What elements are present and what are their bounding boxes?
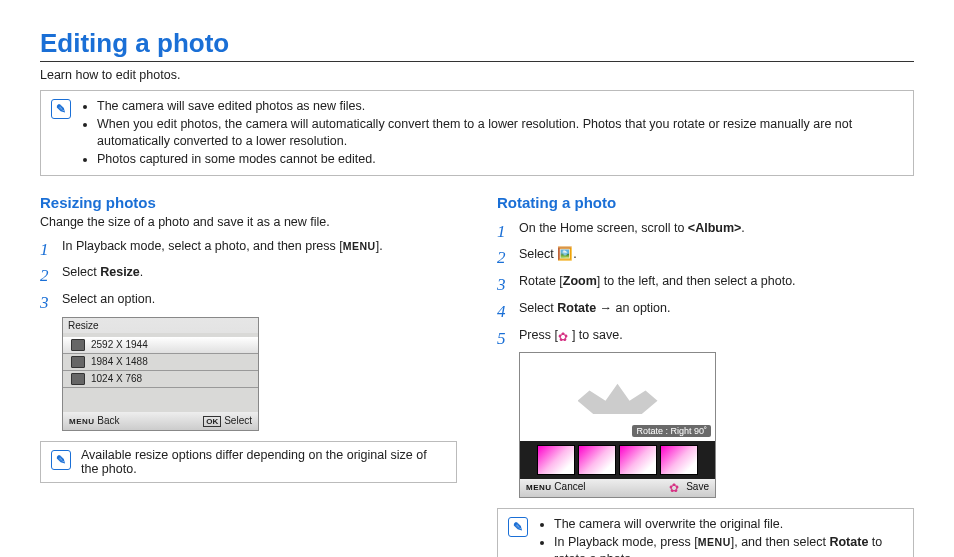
resize-option-row: 1024 X 768 bbox=[63, 371, 258, 388]
flower-icon bbox=[669, 481, 683, 495]
page-title: Editing a photo bbox=[40, 28, 914, 59]
rotate-tooltip: Rotate : Right 90˚ bbox=[632, 425, 711, 437]
menu-button-label: MENU bbox=[343, 240, 376, 252]
thumbnail bbox=[660, 445, 698, 475]
menu-button-label: MENU bbox=[698, 536, 731, 548]
thumbnail bbox=[578, 445, 616, 475]
resize-step-2: Select Resize. bbox=[40, 263, 457, 282]
image-icon bbox=[71, 373, 85, 385]
column-resizing: Resizing photos Change the size of a pho… bbox=[40, 190, 457, 558]
rotate-step-1: On the Home screen, scroll to <Album>. bbox=[497, 219, 914, 238]
note-icon: ✎ bbox=[508, 517, 528, 537]
top-note-item: The camera will save edited photos as ne… bbox=[97, 98, 903, 115]
column-rotating: Rotating a photo On the Home screen, scr… bbox=[497, 190, 914, 558]
rotate-note-box: ✎ The camera will overwrite the original… bbox=[497, 508, 914, 557]
ok-icon: OK bbox=[203, 416, 221, 427]
heading-rotating: Rotating a photo bbox=[497, 194, 914, 211]
intro-text: Learn how to edit photos. bbox=[40, 68, 914, 82]
resize-note-box: ✎ Available resize options differ depend… bbox=[40, 441, 457, 483]
rotate-step-2: Select 🖼️. bbox=[497, 245, 914, 264]
thumbnail bbox=[537, 445, 575, 475]
note-icon: ✎ bbox=[51, 450, 71, 470]
resize-step-1: In Playback mode, select a photo, and th… bbox=[40, 237, 457, 256]
resizing-sub: Change the size of a photo and save it a… bbox=[40, 215, 457, 229]
thumbnail bbox=[619, 445, 657, 475]
top-note-item: Photos captured in some modes cannot be … bbox=[97, 151, 903, 168]
heading-resizing: Resizing photos bbox=[40, 194, 457, 211]
rotate-step-4: Select Rotate → an option. bbox=[497, 299, 914, 318]
rotate-preview: Rotate : Right 90˚ MENU Cancel Save bbox=[519, 352, 716, 498]
rotate-step-3: Rotate [Zoom] to the left, and then sele… bbox=[497, 272, 914, 291]
resize-option-row: 2592 X 1944 bbox=[63, 337, 258, 354]
resize-dialog-title: Resize bbox=[63, 318, 258, 333]
resize-step-3: Select an option. bbox=[40, 290, 457, 309]
thumbnail-strip bbox=[520, 441, 715, 479]
top-note-item: When you edit photos, the camera will au… bbox=[97, 116, 903, 150]
rotate-note-item: The camera will overwrite the original f… bbox=[554, 516, 903, 533]
title-rule bbox=[40, 61, 914, 62]
rotate-step-5: Press [] to save. bbox=[497, 326, 914, 345]
top-note-box: ✎ The camera will save edited photos as … bbox=[40, 90, 914, 176]
resize-dialog: Resize 2592 X 1944 1984 X 1488 1024 X 76… bbox=[62, 317, 259, 431]
note-icon: ✎ bbox=[51, 99, 71, 119]
resize-option-row: 1984 X 1488 bbox=[63, 354, 258, 371]
rotate-note-item: In Playback mode, press [MENU], and then… bbox=[554, 534, 903, 557]
image-icon bbox=[71, 356, 85, 368]
resize-note-text: Available resize options differ dependin… bbox=[81, 448, 446, 476]
flower-icon bbox=[558, 328, 572, 342]
menu-button-label: MENU bbox=[69, 417, 95, 426]
menu-button-label: MENU bbox=[526, 483, 552, 492]
image-icon bbox=[71, 339, 85, 351]
album-icon: 🖼️ bbox=[557, 247, 573, 261]
preview-image bbox=[578, 380, 658, 414]
